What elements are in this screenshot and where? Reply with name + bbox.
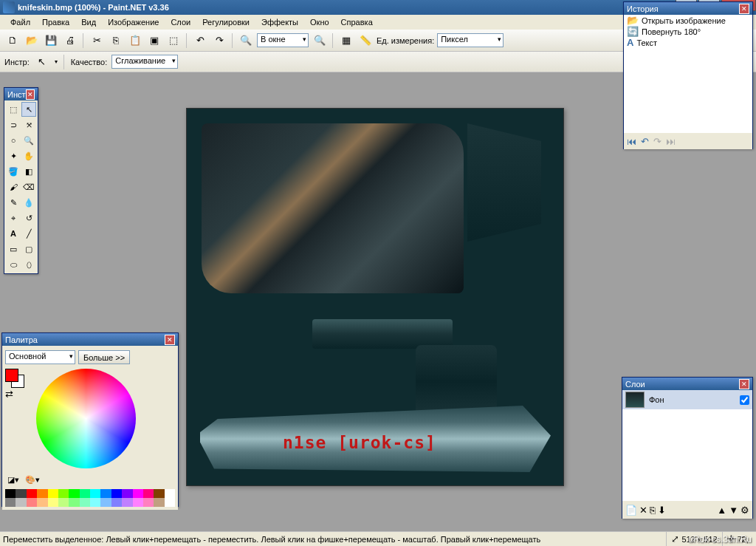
menu-Вид[interactable]: Вид (75, 16, 102, 28)
paste-icon[interactable]: 📋 (127, 33, 143, 49)
menu-Регулировки[interactable]: Регулировки (196, 16, 255, 28)
color-swatch[interactable] (133, 489, 143, 498)
history-item[interactable]: 📂Открыть изображение (624, 15, 752, 26)
color-swatch[interactable] (90, 489, 100, 498)
fill-tool[interactable]: 🪣 (6, 164, 21, 179)
eraser-tool[interactable]: ⌫ (21, 180, 36, 194)
move-down-icon[interactable]: ▼ (729, 505, 738, 515)
color-swatch[interactable] (165, 498, 175, 507)
grid-icon[interactable]: ▦ (338, 33, 354, 49)
merge-layer-icon[interactable]: ⬇ (658, 505, 666, 515)
layer-row[interactable]: Фон (622, 390, 752, 409)
color-swatch[interactable] (37, 489, 47, 498)
cursor-icon[interactable]: ↖ (34, 54, 50, 70)
color-swatch[interactable] (100, 489, 111, 498)
palette-menu-icon[interactable]: ◪▾ (5, 471, 21, 488)
color-swatch[interactable] (48, 489, 58, 498)
ellipse-select-tool[interactable]: ○ (6, 133, 21, 148)
wand-tool[interactable]: ✦ (6, 149, 21, 163)
first-icon[interactable]: ⏮ (627, 137, 636, 146)
brush-tool[interactable]: 🖌 (6, 180, 21, 194)
save-icon[interactable]: 💾 (43, 33, 59, 49)
ellipse-tool[interactable]: ⬭ (6, 257, 21, 272)
layers-title[interactable]: Слои ✕ (622, 378, 752, 390)
move-tool[interactable]: ↖ (21, 102, 36, 117)
print-icon[interactable]: 🖨 (62, 33, 78, 49)
menu-Эффекты[interactable]: Эффекты (255, 16, 304, 28)
history-list[interactable]: 📂Открыть изображение🔄Повернуть 180°AТекс… (624, 15, 752, 133)
crop-icon[interactable]: ▣ (146, 33, 162, 49)
primary-secondary-swatch[interactable] (5, 369, 24, 388)
color-strip[interactable] (5, 489, 175, 507)
undo-icon[interactable]: ↶ (641, 137, 649, 146)
copy-icon[interactable]: ⎘ (108, 33, 124, 49)
color-swatch[interactable] (111, 498, 122, 507)
color-swatch[interactable] (69, 489, 79, 498)
lasso-tool[interactable]: ⊃ (6, 117, 21, 132)
move-up-icon[interactable]: ▲ (717, 505, 726, 515)
layers-list[interactable]: Фон (622, 390, 752, 501)
fg-color[interactable] (5, 369, 18, 382)
rect-tool[interactable]: ▭ (6, 242, 21, 256)
new-icon[interactable]: 🗋 (4, 33, 21, 49)
color-swatch[interactable] (154, 489, 164, 498)
duplicate-layer-icon[interactable]: ⎘ (650, 505, 656, 515)
menu-Окно[interactable]: Окно (304, 16, 335, 28)
text-tool[interactable]: A (6, 226, 21, 241)
redo-icon[interactable]: ↷ (653, 137, 662, 146)
color-swatch[interactable] (154, 498, 164, 507)
color-set-combo[interactable]: Основной (5, 350, 75, 364)
color-swatch[interactable] (58, 498, 69, 507)
add-layer-icon[interactable]: 📄 (625, 505, 637, 515)
color-swatch[interactable] (133, 498, 143, 507)
rect-select-tool[interactable]: ⬚ (6, 102, 21, 117)
freeform-tool[interactable]: ⬯ (21, 257, 36, 272)
swap-colors-icon[interactable]: ⇄ (5, 389, 32, 399)
dropdown-icon[interactable]: ▾ (55, 58, 58, 65)
color-swatch[interactable] (58, 489, 69, 498)
zoom-combo[interactable]: В окне (257, 33, 309, 47)
redo-icon[interactable]: ↷ (211, 33, 227, 49)
color-wheel[interactable] (36, 369, 136, 468)
color-swatch[interactable] (48, 498, 58, 507)
close-icon[interactable]: ✕ (739, 379, 749, 389)
color-swatch[interactable] (5, 498, 16, 507)
move-pixels-tool[interactable]: ⤧ (21, 117, 36, 132)
open-icon[interactable]: 📂 (24, 33, 40, 49)
color-swatch[interactable] (90, 498, 100, 507)
color-swatch[interactable] (100, 498, 111, 507)
color-swatch[interactable] (80, 498, 90, 507)
color-swatch[interactable] (122, 498, 132, 507)
deselect-icon[interactable]: ⬚ (165, 33, 182, 49)
pan-tool[interactable]: ✋ (21, 149, 36, 163)
properties-icon[interactable]: ⚙ (740, 505, 749, 515)
close-icon[interactable]: ✕ (26, 89, 35, 100)
close-icon[interactable]: ✕ (165, 335, 175, 345)
palette-add-icon[interactable]: 🎨▾ (24, 471, 41, 488)
color-swatch[interactable] (27, 498, 37, 507)
color-swatch[interactable] (165, 489, 175, 498)
quality-combo[interactable]: Сглаживание (111, 55, 178, 69)
cut-icon[interactable]: ✂ (89, 33, 105, 49)
color-swatch[interactable] (37, 498, 47, 507)
color-swatch[interactable] (16, 489, 26, 498)
menu-Слои[interactable]: Слои (165, 16, 196, 28)
history-title[interactable]: История ✕ (624, 2, 752, 15)
tools-panel-title[interactable]: Инст ✕ (4, 88, 38, 100)
menu-Справка[interactable]: Справка (335, 16, 379, 28)
zoom-tool[interactable]: 🔍 (21, 133, 36, 148)
undo-icon[interactable]: ↶ (192, 33, 208, 49)
color-swatch[interactable] (5, 489, 16, 498)
units-combo[interactable]: Пиксел (437, 33, 504, 47)
color-swatch[interactable] (80, 489, 90, 498)
history-item[interactable]: 🔄Повернуть 180° (624, 26, 752, 37)
color-swatch[interactable] (111, 489, 122, 498)
history-item[interactable]: AТекст (624, 37, 752, 48)
layer-visible-checkbox[interactable] (740, 395, 749, 405)
ruler-icon[interactable]: 📏 (357, 33, 374, 49)
zoom-out-icon[interactable]: 🔍 (238, 33, 254, 49)
palette-title[interactable]: Палитра ✕ (2, 333, 178, 346)
close-icon[interactable]: ✕ (739, 4, 749, 14)
color-swatch[interactable] (143, 489, 154, 498)
color-swatch[interactable] (122, 489, 132, 498)
